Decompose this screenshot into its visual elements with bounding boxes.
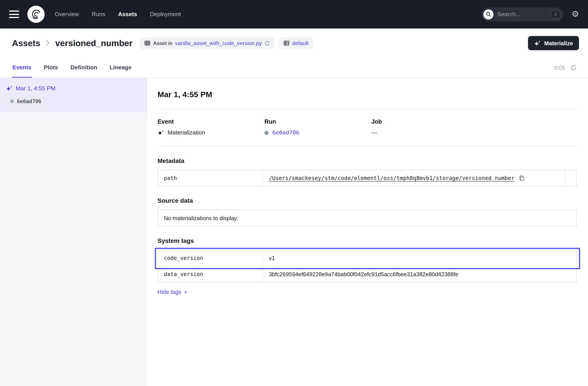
asset-group-label: default bbox=[292, 40, 309, 46]
asset-location-file-link[interactable]: vanilla_asset_with_code_version.py bbox=[175, 40, 262, 46]
event-timestamp: Mar 1, 4:55 PM bbox=[16, 85, 55, 92]
materialization-sparkle-icon bbox=[6, 85, 12, 91]
summary-event-label: Event bbox=[157, 118, 264, 125]
tabs-bar: Events Plots Definition Lineage 0:05 bbox=[0, 58, 588, 78]
materialize-button[interactable]: Materialize bbox=[528, 36, 579, 50]
run-status-dot bbox=[264, 131, 269, 135]
tab-events[interactable]: Events bbox=[12, 58, 32, 78]
app-root: Overview Runs Assets Deployment / ⚙ Asse… bbox=[0, 0, 588, 386]
event-run-chip: 6e0ad706 bbox=[6, 96, 45, 106]
nav-item-deployment[interactable]: Deployment bbox=[150, 11, 181, 18]
breadcrumb-chevron-icon bbox=[46, 40, 50, 47]
menu-icon[interactable] bbox=[9, 11, 19, 18]
summary-job-col: Job — bbox=[371, 118, 478, 136]
asset-location-chip: Asset in vanilla_asset_with_code_version… bbox=[140, 37, 274, 49]
dagster-logo-icon bbox=[27, 5, 45, 23]
tag-key: code_version bbox=[158, 250, 263, 266]
page-header: Assets versioned_number Asset in vanilla… bbox=[0, 28, 588, 58]
copy-icon[interactable] bbox=[518, 175, 525, 181]
metadata-key: path bbox=[158, 170, 263, 186]
search-shortcut-badge: / bbox=[551, 10, 560, 19]
summary-run-label: Run bbox=[264, 118, 371, 125]
refresh-countdown: 0:05 bbox=[554, 64, 565, 71]
summary-job-value: — bbox=[371, 129, 377, 136]
system-tags-title: System tags bbox=[157, 237, 577, 244]
search-box[interactable]: / bbox=[482, 7, 563, 21]
gear-icon[interactable]: ⚙ bbox=[572, 10, 579, 18]
dagster-logo[interactable] bbox=[27, 5, 45, 23]
tag-key: data_version bbox=[158, 266, 263, 282]
tab-lineage[interactable]: Lineage bbox=[109, 58, 132, 78]
divider bbox=[157, 109, 577, 110]
event-detail-heading: Mar 1, 4:55 PM bbox=[157, 90, 577, 99]
hide-tags-label: Hide tags bbox=[157, 289, 181, 295]
event-list-item[interactable]: Mar 1, 4:55 PM 6e0ad706 bbox=[0, 78, 147, 112]
refresh-icon[interactable] bbox=[570, 64, 577, 71]
top-nav: Overview Runs Assets Deployment / ⚙ bbox=[0, 0, 588, 28]
tab-definition[interactable]: Definition bbox=[70, 58, 98, 78]
breadcrumb-assets[interactable]: Assets bbox=[12, 38, 40, 48]
reload-code-location-icon[interactable] bbox=[264, 41, 270, 46]
source-data-empty-message: No materializations to display. bbox=[157, 210, 577, 226]
tag-value: v1 bbox=[269, 255, 275, 261]
content-area: Mar 1, 4:55 PM 6e0ad706 Mar 1, 4:55 PM E… bbox=[0, 78, 588, 386]
nav-item-runs[interactable]: Runs bbox=[92, 11, 105, 18]
system-tags-table: code_version v1 data_version 3bfc269594e… bbox=[157, 250, 577, 283]
event-list-sidebar: Mar 1, 4:55 PM 6e0ad706 bbox=[0, 78, 147, 386]
caret-up-icon: ▲ bbox=[184, 290, 187, 293]
summary-job-label: Job bbox=[371, 118, 478, 125]
metadata-path-link[interactable]: /Users/smackesey/stm/code/elementl/oss/t… bbox=[269, 175, 514, 181]
table-row: path /Users/smackesey/stm/code/elementl/… bbox=[158, 170, 577, 186]
divider bbox=[157, 146, 577, 147]
group-grid-icon bbox=[284, 40, 290, 46]
event-run-id: 6e0ad706 bbox=[17, 98, 41, 104]
summary-event-col: Event Materialization bbox=[157, 118, 264, 136]
materialize-button-label: Materialize bbox=[544, 40, 573, 46]
nav-item-assets[interactable]: Assets bbox=[118, 11, 137, 18]
table-grid-icon bbox=[145, 40, 150, 46]
table-end-cell bbox=[565, 170, 576, 186]
search-icon bbox=[483, 9, 494, 20]
tag-value: 3bfc269594ef649228e9a74bab00f042efc91d5a… bbox=[269, 271, 458, 277]
nav-item-overview[interactable]: Overview bbox=[55, 11, 79, 18]
source-data-title: Source data bbox=[157, 197, 577, 204]
tab-plots[interactable]: Plots bbox=[43, 58, 59, 78]
summary-event-value: Materialization bbox=[168, 129, 205, 136]
summary-run-col: Run 6e0ad706 bbox=[264, 118, 371, 136]
hide-tags-link[interactable]: Hide tags ▲ bbox=[157, 289, 187, 295]
materialization-sparkle-icon bbox=[157, 130, 164, 136]
metadata-title: Metadata bbox=[157, 158, 577, 164]
search-input[interactable] bbox=[497, 11, 551, 18]
asset-group-chip[interactable]: default bbox=[279, 37, 313, 49]
page-title: versioned_number bbox=[55, 38, 132, 48]
run-status-dot bbox=[10, 99, 14, 103]
run-id-link[interactable]: 6e0ad706 bbox=[272, 129, 299, 136]
metadata-table: path /Users/smackesey/stm/code/elementl/… bbox=[157, 170, 577, 186]
refresh-area: 0:05 bbox=[554, 58, 577, 78]
event-summary: Event Materialization Run 6e0ad706 bbox=[157, 118, 577, 136]
primary-nav: Overview Runs Assets Deployment bbox=[55, 11, 181, 18]
sparkle-icon bbox=[534, 40, 541, 46]
table-row-code-version: code_version v1 bbox=[158, 250, 577, 266]
event-detail-panel: Mar 1, 4:55 PM Event Materialization Run bbox=[147, 78, 588, 386]
table-row-data-version: data_version 3bfc269594ef649228e9a74bab0… bbox=[158, 266, 577, 282]
asset-location-prefix: Asset in bbox=[153, 40, 172, 46]
